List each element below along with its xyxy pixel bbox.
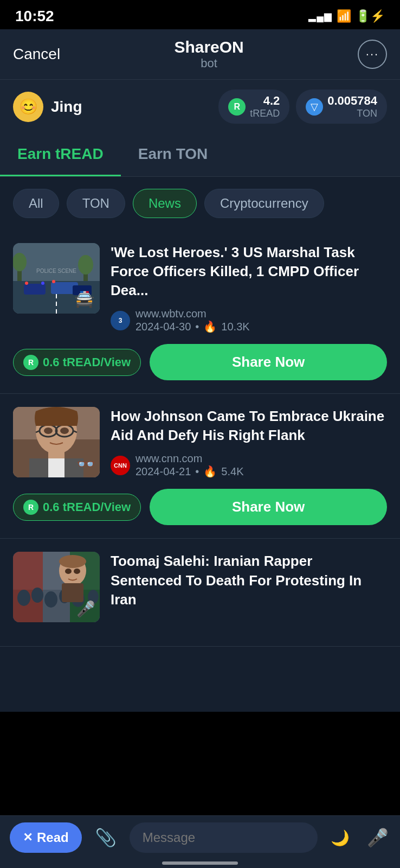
reward-text-2: 0.6 tREAD/View: [43, 500, 131, 514]
article-image-2: [13, 407, 100, 477]
reward-icon-2: R: [23, 500, 38, 515]
card-actions-1: R 0.6 tREAD/View Share Now: [13, 344, 387, 380]
status-time: 10:52: [15, 8, 54, 25]
read-x-icon: ✕: [23, 831, 33, 845]
status-bar: 10:52 ▂▄▆ 📶 🔋⚡: [0, 0, 400, 29]
svg-rect-20: [64, 458, 83, 477]
ton-amount: 0.005784: [327, 94, 377, 108]
card-text-3: Toomaj Salehi: Iranian Rapper Sentenced …: [111, 552, 387, 622]
reward-icon-1: R: [23, 355, 38, 370]
moon-icon: 🌙: [331, 829, 350, 846]
tread-amount: 4.2: [250, 94, 280, 108]
svg-point-7: [41, 282, 44, 285]
source-icon-wbtv: 3: [111, 311, 130, 330]
svg-point-43: [65, 569, 72, 574]
article-card-1: POLICE SCENE 'We Lost Heroes.' 3 US Mars…: [0, 230, 400, 394]
article-views-1: 10.3K: [221, 321, 249, 333]
user-info: 😊 Jing: [13, 92, 82, 122]
article-image-1: POLICE SCENE: [13, 243, 100, 314]
balance-row: R 4.2 tREAD ▽ 0.005784 TON: [218, 90, 387, 124]
avatar-emoji: 😊: [19, 98, 38, 116]
user-name: Jing: [51, 98, 82, 116]
paperclip-icon: 📎: [95, 828, 117, 847]
battery-icon: 🔋⚡: [356, 9, 385, 23]
share-now-button-2[interactable]: Share Now: [150, 489, 387, 525]
article-title-2: How Johnson Came To Embrace Ukraine Aid …: [111, 407, 387, 445]
card-meta-2: CNN www.cnn.com 2024-04-21 • 🔥 5.4K: [111, 452, 387, 478]
menu-button[interactable]: ···: [358, 40, 387, 69]
article-source-2: www.cnn.com: [136, 452, 243, 465]
article-source-1: www.wbtv.com: [136, 308, 250, 320]
microphone-icon: 🎤: [367, 828, 389, 847]
reward-text-1: 0.6 tREAD/View: [43, 355, 131, 369]
moon-button[interactable]: 🌙: [326, 829, 354, 847]
attach-button[interactable]: 📎: [91, 827, 121, 848]
app-header: Cancel ShareON bot ···: [0, 29, 400, 80]
voice-button[interactable]: 🎤: [363, 827, 393, 848]
article-date-2: 2024-04-21: [136, 465, 191, 478]
filter-all[interactable]: All: [13, 189, 59, 218]
svg-rect-19: [29, 458, 48, 477]
app-title: ShareON: [174, 38, 243, 56]
ton-balance: 0.005784 TON: [327, 94, 377, 119]
article-image-3: [13, 552, 100, 622]
svg-point-27: [60, 427, 69, 434]
article-title-3: Toomaj Salehi: Iranian Rapper Sentenced …: [111, 552, 387, 609]
filter-row: All TON News Cryptocurrency: [0, 177, 400, 230]
filter-cryptocurrency[interactable]: Cryptocurrency: [204, 189, 324, 218]
svg-rect-3: [24, 284, 46, 295]
ton-balance-chip: ▽ 0.005784 TON: [296, 90, 387, 124]
svg-rect-31: [13, 552, 43, 622]
article-date-1: 2024-04-30: [136, 321, 191, 333]
svg-point-44: [74, 569, 80, 574]
ton-label: TON: [327, 108, 377, 119]
tread-icon: R: [228, 98, 246, 116]
card-text-1: 'We Lost Heroes.' 3 US Marshal Task Forc…: [111, 243, 387, 333]
home-indicator: [162, 861, 238, 865]
signal-icon: ▂▄▆: [308, 10, 332, 22]
article-card-2: How Johnson Came To Embrace Ukraine Aid …: [0, 394, 400, 539]
cancel-button[interactable]: Cancel: [13, 46, 60, 63]
article-views-2: 5.4K: [221, 465, 243, 478]
article-card-3: Toomaj Salehi: Iranian Rapper Sentenced …: [0, 539, 400, 647]
card-actions-2: R 0.6 tREAD/View Share Now: [13, 489, 387, 525]
read-button[interactable]: ✕ Read: [10, 822, 82, 853]
status-icons: ▂▄▆ 📶 🔋⚡: [308, 9, 385, 23]
filter-ton[interactable]: TON: [67, 189, 125, 218]
svg-point-26: [44, 427, 53, 434]
svg-point-12: [13, 253, 27, 271]
card-text-2: How Johnson Came To Embrace Ukraine Aid …: [111, 407, 387, 478]
share-now-button-1[interactable]: Share Now: [150, 344, 387, 380]
card-content-3: Toomaj Salehi: Iranian Rapper Sentenced …: [13, 552, 387, 622]
svg-point-42: [59, 555, 86, 568]
tread-label: tREAD: [250, 108, 280, 119]
tab-earn-ton[interactable]: Earn TON: [121, 133, 225, 176]
app-subtitle: bot: [174, 56, 243, 71]
svg-point-8: [52, 280, 55, 283]
svg-point-35: [31, 588, 43, 603]
tread-balance-chip: R 4.2 tREAD: [218, 90, 289, 124]
card-content-1: POLICE SCENE 'We Lost Heroes.' 3 US Mars…: [13, 243, 387, 333]
svg-point-39: [88, 590, 99, 604]
reward-badge-1: R 0.6 tREAD/View: [13, 349, 141, 376]
svg-text:POLICE SCENE: POLICE SCENE: [36, 268, 76, 274]
bottom-bar: ✕ Read 📎 🌙 🎤: [0, 815, 400, 868]
message-input[interactable]: [130, 822, 318, 853]
read-label: Read: [37, 830, 69, 845]
wifi-icon: 📶: [337, 9, 351, 23]
avatar: 😊: [13, 92, 43, 122]
svg-point-10: [78, 255, 93, 275]
tab-earn-tread[interactable]: Earn tREAD: [0, 133, 121, 176]
article-title-1: 'We Lost Heroes.' 3 US Marshal Task Forc…: [111, 243, 387, 300]
tabs-row: Earn tREAD Earn TON: [0, 133, 400, 177]
svg-point-34: [17, 590, 30, 606]
card-content-2: How Johnson Came To Embrace Ukraine Aid …: [13, 407, 387, 478]
source-icon-cnn: CNN: [111, 456, 130, 475]
svg-rect-41: [62, 583, 83, 602]
svg-point-6: [25, 282, 28, 285]
svg-rect-5: [73, 285, 92, 295]
reward-badge-2: R 0.6 tREAD/View: [13, 494, 141, 521]
ton-icon: ▽: [306, 98, 323, 116]
filter-news[interactable]: News: [133, 189, 197, 218]
header-center: ShareON bot: [174, 38, 243, 71]
